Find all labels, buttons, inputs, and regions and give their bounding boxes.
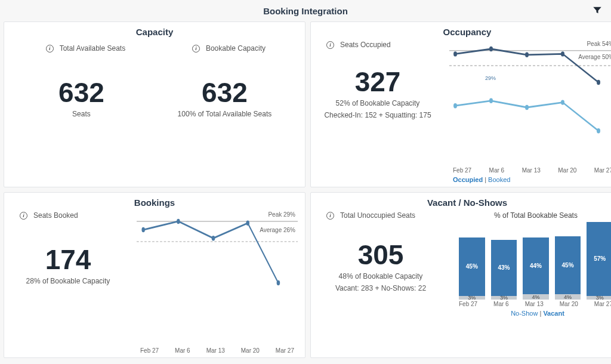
vacant-x-labels: Feb 27Mar 6Mar 13Mar 20Mar 27 [455,301,611,307]
bookings-peak-label: Peak 29% [268,211,295,218]
vacant-title: Vacant / No-Shows [318,198,611,208]
occupancy-legend: Occupied | Booked [449,176,611,183]
info-icon[interactable]: i [192,45,200,53]
svg-point-9 [525,105,529,110]
occupancy-chart: Peak 54% Average 50% 29% [449,41,611,166]
capacity-card: Capacity i Total Available Seats 632 Sea… [4,21,306,187]
occupancy-metric-label: Seats Occupied [340,41,391,49]
occupancy-value: 327 [318,66,437,98]
occupancy-title: Occupancy [318,27,611,37]
bar-noshow: 4% [523,294,549,300]
bar-vacant: 43% [491,240,517,295]
bar-noshow: 3% [587,296,611,300]
bookings-value: 174 [11,243,125,276]
svg-point-16 [212,236,215,240]
svg-point-8 [489,98,493,103]
info-icon[interactable]: i [326,41,334,49]
total-seats-label: Total Available Seats [60,44,126,53]
bookable-sub: 100% of Total Available Seats [178,110,272,118]
info-icon[interactable]: i [46,45,54,53]
vacant-card: Vacant / No-Shows i Total Unoccupied Sea… [310,192,611,358]
occupancy-x-labels: Feb 27Mar 6Mar 13Mar 20Mar 27 [449,167,611,174]
bar-vacant: 45% [555,236,581,295]
svg-point-4 [525,53,529,57]
capacity-title: Capacity [11,27,298,37]
bar-noshow: 3% [491,296,517,300]
bar-vacant: 45% [459,237,485,296]
bookings-chart: Peak 29% Average 26% [137,211,298,346]
svg-point-6 [597,80,600,85]
occupancy-callout: 29% [485,75,496,81]
vacant-legend: No-Show | Vacant [455,310,611,317]
bar-vacant: 44% [523,237,549,294]
bar-column: 45%3% [459,222,485,300]
vacant-metric-label: Total Unoccupied Seats [340,211,415,220]
bookings-title: Bookings [11,198,298,208]
vacant-bar-chart: 45%3%43%3%44%4%45%4%57%3% [455,222,611,300]
info-icon[interactable]: i [326,212,334,220]
vacant-value: 305 [318,239,443,271]
occupancy-card: Occupancy i Seats Occupied 327 52% of Bo… [310,21,611,187]
bar-column: 44%4% [523,222,549,300]
dashboard-grid: Capacity i Total Available Seats 632 Sea… [0,21,611,362]
info-icon[interactable]: i [20,212,27,220]
page-title: Booking Integration [263,6,348,16]
occupancy-peak-label: Peak 54% [587,41,611,47]
bar-noshow: 4% [555,294,581,300]
bookings-sub1: 28% of Bookable Capacity [11,277,125,285]
bookings-x-labels: Feb 27Mar 6Mar 13Mar 20Mar 27 [137,347,298,354]
filter-icon[interactable] [592,5,603,16]
svg-point-5 [561,51,564,56]
bookable-capacity-metric: i Bookable Capacity 632 100% of Total Av… [178,44,272,118]
svg-point-10 [561,100,564,104]
svg-point-17 [246,221,249,226]
vacant-chart-title: % of Total Bookable Seats [455,211,611,220]
svg-point-7 [453,103,457,108]
vacant-sub2: Vacant: 283 + No-Shows: 22 [318,284,443,292]
vacant-sub1: 48% of Bookable Capacity [318,272,443,280]
svg-point-18 [277,280,280,285]
bar-vacant: 57% [587,222,611,296]
bookings-card: Bookings i Seats Booked 174 28% of Booka… [4,192,306,358]
svg-point-15 [177,219,180,224]
occupancy-avg-label: Average 50% [578,54,611,60]
page-header: Booking Integration [0,0,611,21]
bookings-metric-label: Seats Booked [33,211,78,220]
legend-noshow[interactable]: No-Show [511,310,538,317]
bar-column: 45%4% [555,222,581,300]
svg-point-14 [141,227,145,232]
bar-column: 57%3% [587,222,611,300]
svg-point-2 [453,51,457,56]
legend-vacant[interactable]: Vacant [543,310,564,317]
legend-booked[interactable]: Booked [488,176,510,183]
svg-point-11 [597,128,600,133]
legend-occupied[interactable]: Occupied [453,176,483,183]
bookings-avg-label: Average 26% [260,227,295,233]
bookable-value: 632 [202,76,248,109]
bar-column: 43%3% [491,222,517,300]
total-seats-value: 632 [58,76,104,109]
occupancy-sub2: Checked-In: 152 + Squatting: 175 [318,111,437,119]
svg-point-3 [489,47,493,51]
total-seats-metric: i Total Available Seats 632 Seats [38,44,126,118]
occupancy-sub1: 52% of Bookable Capacity [318,99,437,107]
total-seats-sub: Seats [72,110,91,118]
bar-noshow: 3% [459,296,485,300]
bookable-label: Bookable Capacity [206,44,266,53]
